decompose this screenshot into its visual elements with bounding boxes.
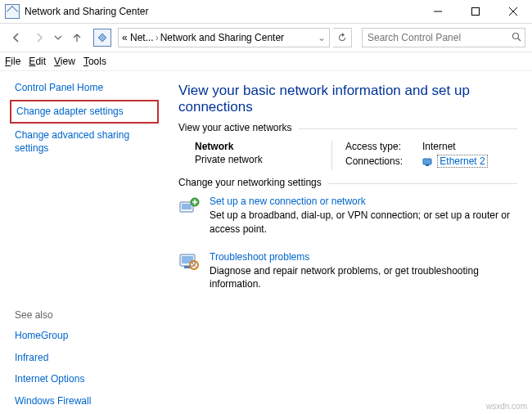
title-bar: Network and Sharing Center — [0, 0, 532, 24]
maximize-button[interactable] — [457, 0, 494, 23]
menu-view[interactable]: View — [54, 56, 75, 67]
svg-line-5 — [518, 38, 521, 41]
svg-rect-1 — [472, 8, 480, 16]
troubleshoot-desc: Diagnose and repair network problems, or… — [210, 264, 517, 292]
chevron-down-icon[interactable]: ⌄ — [318, 32, 326, 43]
up-button[interactable] — [67, 28, 87, 47]
setup-connection-desc: Set up a broadband, dial-up, or VPN conn… — [210, 209, 517, 236]
location-icon — [93, 29, 111, 47]
svg-rect-6 — [423, 159, 431, 164]
active-networks-legend: View your active networks — [178, 122, 299, 133]
svg-point-4 — [513, 33, 519, 38]
sidebar-advanced-sharing[interactable]: Change advanced sharing settings — [15, 128, 154, 156]
forward-button[interactable] — [29, 28, 49, 47]
see-also-infrared[interactable]: Infrared — [15, 351, 154, 365]
back-button[interactable] — [7, 28, 26, 47]
task-troubleshoot: Troubleshoot problems Diagnose and repai… — [178, 251, 517, 292]
troubleshoot-link[interactable]: Troubleshoot problems — [210, 251, 309, 263]
breadcrumb[interactable]: « Net... › Network and Sharing Center ⌄ — [118, 28, 330, 47]
window-title: Network and Sharing Center — [25, 6, 419, 17]
task-setup-connection: Set up a new connection or network Set u… — [178, 196, 517, 236]
svg-rect-7 — [426, 164, 429, 166]
connection-link[interactable]: Ethernet 2 — [437, 155, 487, 168]
sidebar-home[interactable]: Control Panel Home — [15, 81, 154, 95]
network-identity: Network Private network — [178, 141, 331, 170]
networking-settings-group: Change your networking settings Set up a… — [178, 183, 517, 291]
setup-connection-link[interactable]: Set up a new connection or network — [210, 196, 366, 207]
menu-edit[interactable]: Edit — [29, 56, 46, 67]
search-box[interactable] — [362, 28, 525, 47]
sidebar-adapter-settings[interactable]: Change adapter settings — [10, 100, 159, 124]
see-also-internet-options[interactable]: Internet Options — [15, 372, 154, 386]
see-also-heading: See also — [15, 309, 154, 321]
setup-connection-icon — [178, 196, 200, 217]
minimize-button[interactable] — [419, 0, 457, 23]
breadcrumb-level2[interactable]: Network and Sharing Center — [160, 32, 284, 43]
recent-locations-button[interactable] — [52, 28, 64, 47]
menu-file[interactable]: File — [5, 56, 20, 67]
chevron-right-icon: › — [156, 32, 159, 43]
connections-value: Ethernet 2 — [422, 155, 488, 167]
menu-tools[interactable]: Tools — [83, 56, 106, 67]
refresh-button[interactable] — [333, 28, 352, 47]
main-content: View your basic network information and … — [162, 71, 532, 414]
search-icon[interactable] — [512, 32, 521, 44]
body: Control Panel Home Change adapter settin… — [0, 71, 532, 414]
see-also-firewall[interactable]: Windows Firewall — [15, 394, 154, 408]
active-network-row: Network Private network Access type: Int… — [178, 141, 517, 170]
search-input[interactable] — [366, 31, 512, 44]
see-also-homegroup[interactable]: HomeGroup — [15, 329, 154, 343]
networking-settings-legend: Change your networking settings — [178, 177, 328, 188]
ethernet-icon — [422, 157, 432, 167]
network-name: Network — [195, 141, 331, 152]
sidebar: Control Panel Home Change adapter settin… — [0, 71, 162, 414]
watermark: wsxdn.com — [486, 402, 527, 411]
app-icon — [5, 4, 20, 19]
access-type-label: Access type: — [345, 141, 416, 152]
nav-toolbar: « Net... › Network and Sharing Center ⌄ — [0, 24, 532, 52]
page-title: View your basic network information and … — [178, 83, 517, 115]
menu-bar: File Edit View Tools — [0, 52, 532, 71]
connections-label: Connections: — [345, 155, 416, 167]
network-type: Private network — [195, 154, 331, 165]
network-details: Access type: Internet Connections: Ether… — [331, 141, 517, 170]
breadcrumb-level1[interactable]: « Net... — [122, 32, 154, 43]
close-button[interactable] — [494, 0, 532, 23]
svg-rect-9 — [182, 204, 192, 209]
troubleshoot-icon — [178, 251, 200, 272]
window-buttons — [419, 0, 532, 23]
active-networks-group: View your active networks Network Privat… — [178, 128, 517, 170]
access-type-value: Internet — [422, 141, 456, 152]
